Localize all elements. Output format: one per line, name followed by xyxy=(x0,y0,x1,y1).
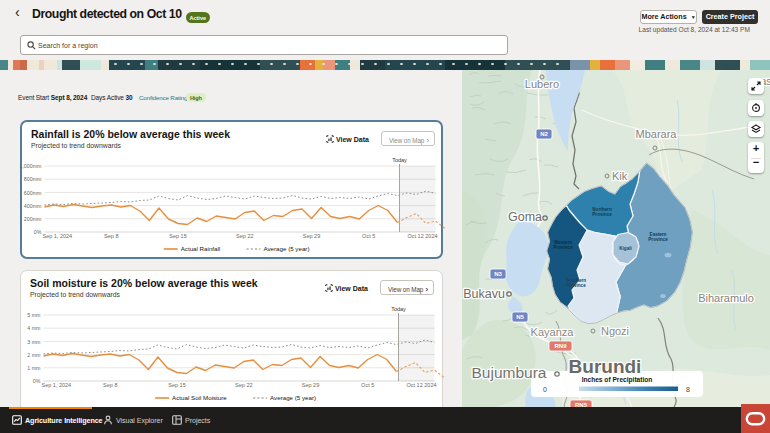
svg-text:SouthernProvince: SouthernProvince xyxy=(566,278,586,288)
svg-text:Actual Rainfall: Actual Rainfall xyxy=(181,245,221,252)
svg-text:RN9: RN9 xyxy=(554,343,567,349)
svg-text:Kik: Kik xyxy=(612,170,628,182)
svg-text:4 mm: 4 mm xyxy=(27,325,41,331)
svg-text:Average (5 year): Average (5 year) xyxy=(264,245,310,252)
svg-text:Bujumbura: Bujumbura xyxy=(472,364,547,381)
svg-text:800mm: 800mm xyxy=(24,176,42,182)
svg-text:0%: 0% xyxy=(33,378,41,384)
svg-text:NorthernProvince: NorthernProvince xyxy=(592,207,612,217)
svg-text:Sep 22: Sep 22 xyxy=(235,382,252,388)
svg-text:Sep 29: Sep 29 xyxy=(302,382,319,388)
svg-text:Sep 29: Sep 29 xyxy=(303,233,320,239)
svg-text:400mm: 400mm xyxy=(24,203,42,209)
svg-text:0: 0 xyxy=(543,386,547,393)
svg-text:Sep 1, 2024: Sep 1, 2024 xyxy=(42,382,72,388)
svg-text:Sep 15: Sep 15 xyxy=(169,233,186,239)
svg-text:Mbarara: Mbarara xyxy=(636,128,678,140)
svg-text:Today: Today xyxy=(392,157,407,163)
svg-text:Lubero: Lubero xyxy=(525,78,559,90)
svg-text:Goma: Goma xyxy=(508,210,542,224)
svg-text:Biharamulo: Biharamulo xyxy=(698,292,754,304)
svg-text:Burundi: Burundi xyxy=(569,356,642,377)
svg-text:8: 8 xyxy=(686,386,690,393)
svg-text:EasternProvince: EasternProvince xyxy=(648,232,668,242)
svg-text:3 mm: 3 mm xyxy=(27,339,41,345)
svg-text:Sep 22: Sep 22 xyxy=(236,233,253,239)
svg-text:N2: N2 xyxy=(540,131,548,137)
svg-text:N3: N3 xyxy=(494,271,502,277)
svg-text:1 mm: 1 mm xyxy=(27,365,41,371)
svg-text:Kigali: Kigali xyxy=(619,246,632,251)
svg-text:200mm: 200mm xyxy=(24,216,42,222)
svg-text:Actual Soil Moisture: Actual Soil Moisture xyxy=(172,394,227,401)
svg-text:Sep 1, 2024: Sep 1, 2024 xyxy=(43,233,73,239)
svg-text:WesternProvince: WesternProvince xyxy=(553,240,573,250)
svg-text:N5: N5 xyxy=(516,314,524,320)
svg-text:Oct 5: Oct 5 xyxy=(361,382,374,388)
svg-text:Sep 8: Sep 8 xyxy=(103,382,117,388)
svg-text:Oct 12 2024: Oct 12 2024 xyxy=(408,233,438,239)
svg-text:Oct 5: Oct 5 xyxy=(362,233,375,239)
svg-text:1,000mm: 1,000mm xyxy=(19,163,42,169)
svg-text:0%: 0% xyxy=(34,229,42,235)
svg-text:Oct 12 2024: Oct 12 2024 xyxy=(407,382,437,388)
svg-text:5 mm: 5 mm xyxy=(27,312,41,318)
svg-text:Today: Today xyxy=(391,306,406,312)
svg-text:600mm: 600mm xyxy=(24,190,42,196)
svg-text:Kayanza: Kayanza xyxy=(531,326,575,338)
svg-text:Sep 8: Sep 8 xyxy=(104,233,118,239)
svg-text:Ngozi: Ngozi xyxy=(601,325,629,337)
svg-text:Average (5 year): Average (5 year) xyxy=(270,394,316,401)
svg-text:Sep 15: Sep 15 xyxy=(168,382,185,388)
svg-text:Bukavu: Bukavu xyxy=(463,287,505,301)
svg-text:2 mm: 2 mm xyxy=(27,352,41,358)
